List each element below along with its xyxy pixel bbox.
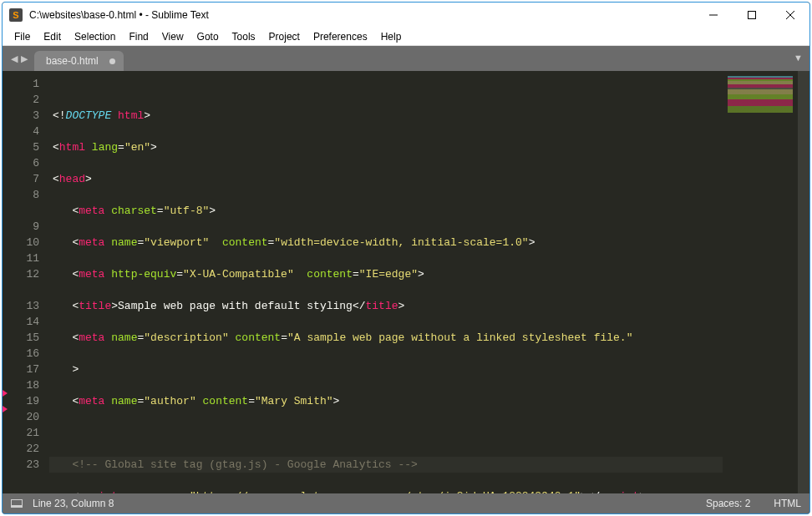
titlebar: S C:\websites\base-0.html • - Sublime Te… [3,3,809,28]
tabbar: ◀ ▶ base-0.html ▼ [3,46,809,71]
menu-edit[interactable]: Edit [37,29,68,44]
minimize-button[interactable] [694,3,733,28]
menu-view[interactable]: View [155,29,190,44]
nav-back-icon[interactable]: ◀ [11,53,18,64]
minimap[interactable] [723,71,798,493]
tab-base-0[interactable]: base-0.html [34,51,124,71]
close-button[interactable] [771,3,809,28]
tab-overflow-icon[interactable]: ▼ [794,53,803,63]
menubar: File Edit Selection Find View Goto Tools… [3,28,809,46]
menu-goto[interactable]: Goto [190,29,226,44]
status-syntax[interactable]: HTML [774,498,801,509]
menu-tools[interactable]: Tools [226,29,262,44]
status-position[interactable]: Line 23, Column 8 [33,498,114,509]
panel-toggle-icon[interactable] [11,499,23,508]
menu-file[interactable]: File [8,29,37,44]
scrollbar[interactable] [798,71,809,493]
nav-arrows: ◀ ▶ [6,46,34,71]
menu-preferences[interactable]: Preferences [307,29,374,44]
menu-selection[interactable]: Selection [68,29,122,44]
window-title: C:\websites\base-0.html • - Sublime Text [29,9,209,21]
status-indent[interactable]: Spaces: 2 [706,498,750,509]
menu-help[interactable]: Help [374,29,409,44]
app-window: S C:\websites\base-0.html • - Sublime Te… [2,2,810,514]
gutter: 1 2 3 4 5 6 7 8 9 10 11 12 13 14 15 16 1… [3,71,49,493]
svg-rect-1 [749,12,756,19]
maximize-button[interactable] [733,3,771,28]
nav-forward-icon[interactable]: ▶ [21,53,28,64]
app-icon: S [9,8,23,22]
editor[interactable]: 1 2 3 4 5 6 7 8 9 10 11 12 13 14 15 16 1… [3,71,809,493]
menu-find[interactable]: Find [122,29,155,44]
code-area[interactable]: <!DOCTYPE html> <html lang="en"> <head> … [49,71,723,493]
fold-marker-icon[interactable] [3,406,8,412]
menu-project[interactable]: Project [262,29,307,44]
tab-label: base-0.html [46,55,99,67]
statusbar: Line 23, Column 8 Spaces: 2 HTML [3,493,809,513]
minimap-preview [728,76,793,113]
dirty-indicator-icon [109,58,115,64]
fold-marker-icon[interactable] [3,390,8,397]
